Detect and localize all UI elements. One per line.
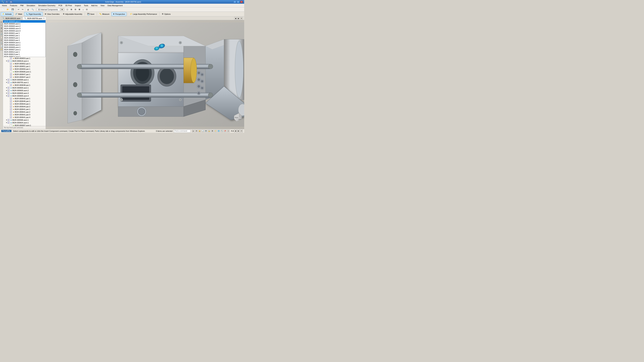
- tab-nav-next[interactable]: ▶: [237, 17, 240, 20]
- ac-item-8[interactable]: BGR-000603.par:2: [3, 39, 46, 41]
- tree-item-600-3[interactable]: ▼ ✓ ▣ BGR-000600.asm:3: [3, 92, 46, 94]
- check-755[interactable]: ✓: [8, 81, 10, 83]
- check-644-2[interactable]: ✓: [10, 106, 12, 108]
- check-007psm[interactable]: [10, 124, 12, 126]
- doc-selector[interactable]: 02-Internal Components ▼: [36, 8, 64, 11]
- tree-item-618[interactable]: ▼ ✓ ▣ BGR-000618.asm:1: [3, 60, 46, 62]
- check-638[interactable]: ✓: [10, 84, 12, 86]
- expand-600-3[interactable]: ▼: [6, 92, 8, 94]
- sidebar-icon-pathfinder[interactable]: P: [0, 21, 3, 23]
- ac-item-3[interactable]: BGR-000600.asm:3: [3, 27, 46, 30]
- tab-bgr-000756[interactable]: 🔧 BGR-000756.asm ✕: [22, 16, 46, 20]
- expand-641-4[interactable]: [8, 116, 10, 118]
- sidebar-icon-library[interactable]: L: [0, 24, 3, 26]
- sidebar-icon-9[interactable]: 📊: [0, 45, 3, 48]
- ac-item-11[interactable]: BGR-000606.psm:1: [3, 46, 46, 48]
- status-icon-4[interactable]: 📊: [202, 130, 204, 132]
- status-icon-2[interactable]: ⚙: [195, 130, 198, 132]
- expand-641-2[interactable]: [8, 111, 10, 113]
- view-btn-5[interactable]: ↕: [82, 8, 85, 11]
- expand-651[interactable]: [8, 65, 10, 67]
- ribbon-perspective[interactable]: 👁 Perspective: [111, 12, 126, 16]
- restore-button[interactable]: □: [237, 1, 240, 3]
- ac-item-5[interactable]: BGR-000601.par:1: [3, 32, 46, 34]
- ribbon-mate[interactable]: 🔗 Mate: [14, 12, 24, 16]
- save-toolbar-button[interactable]: 💾: [10, 8, 15, 11]
- viewport-3d[interactable]: BACK LEFT: [46, 20, 244, 129]
- ac-item-14[interactable]: BGR-000613.par:1: [3, 53, 46, 55]
- check-600-3[interactable]: ✓: [8, 92, 10, 94]
- sidebar-icon-10[interactable]: ⚡: [0, 48, 3, 51]
- menu-pmi[interactable]: PMI: [19, 4, 25, 7]
- check-586[interactable]: ✓: [8, 119, 10, 121]
- check-641-4[interactable]: ✓: [10, 116, 12, 118]
- dropdown-arrow[interactable]: ▼: [60, 8, 64, 11]
- expand-641-3[interactable]: [8, 114, 10, 115]
- ribbon-options[interactable]: ⚙ Options: [160, 12, 172, 16]
- check-641-1[interactable]: ✓: [10, 108, 12, 110]
- minimize-button[interactable]: ─: [234, 1, 236, 3]
- sidebar-icon-7[interactable]: ✏: [0, 39, 3, 41]
- tree-item-652[interactable]: ✓ ◼ BGR-000652.par:1: [3, 62, 46, 65]
- view-cube[interactable]: BACK LEFT: [232, 111, 242, 121]
- expand-600-4[interactable]: ▼: [6, 95, 8, 97]
- window-close[interactable]: ✕: [240, 130, 243, 132]
- expand-647-1[interactable]: [8, 73, 10, 75]
- expand-589[interactable]: ▼: [6, 79, 8, 81]
- ac-item-2[interactable]: BGR-000600.asm:2: [3, 25, 46, 27]
- help-btn[interactable]: ?: [5, 1, 8, 3]
- expand-641-1[interactable]: [8, 108, 10, 110]
- tab-nav-close[interactable]: ✕: [240, 17, 243, 20]
- next-page[interactable]: ▶: [237, 130, 240, 132]
- tree-item-650[interactable]: ✓ ◼ BGR-000650.par:1: [3, 68, 46, 70]
- tree-item-638[interactable]: ✓ ◼ BGR-000638.par:1: [3, 84, 46, 86]
- status-icon-10[interactable]: 🔧: [220, 130, 223, 132]
- check-646[interactable]: ✓: [10, 100, 12, 102]
- ac-item-10[interactable]: BGR-000605.asm:1: [3, 44, 46, 46]
- tree-item-604[interactable]: ▼ ✓ ▣ BGR-000604.asm:1: [3, 121, 46, 124]
- expand-600-1[interactable]: ▼: [6, 87, 8, 89]
- tree-item-586[interactable]: ▼ ✓ ▣ BGR-000586.asm:1: [3, 119, 46, 121]
- status-icon-6[interactable]: 🔒: [208, 130, 210, 132]
- expand-755[interactable]: ▼: [6, 82, 8, 83]
- view-btn-4[interactable]: ⊠: [78, 8, 81, 11]
- expand-007psm[interactable]: [8, 124, 10, 126]
- tree-item-647-1[interactable]: ✓ ◼ BGR-000647.par:1: [3, 73, 46, 76]
- ribbon-measure[interactable]: 📏 Measure: [98, 12, 111, 16]
- tab-nav-prev[interactable]: ◀: [234, 17, 237, 20]
- expand-644-1[interactable]: [8, 103, 10, 105]
- check-652[interactable]: ✓: [10, 63, 12, 65]
- expand-653[interactable]: [8, 57, 10, 59]
- menu-home[interactable]: Home: [1, 4, 8, 7]
- menu-3dprint[interactable]: 3D Print: [64, 4, 73, 7]
- status-icon-8[interactable]: ⚡: [214, 130, 217, 132]
- check-653[interactable]: ✓: [10, 57, 12, 59]
- tree-item-647-2[interactable]: ✓ ◼ BGR-000647.par:2: [3, 76, 46, 78]
- ribbon-adjustable-assembly[interactable]: ⚙ Adjustable Assembly: [62, 12, 84, 16]
- status-icon-12[interactable]: ⚠: [227, 130, 230, 132]
- ac-item-15[interactable]: BGR-000614.asm:1: [3, 55, 46, 57]
- ribbon-view-overrides[interactable]: 👁 View Overrides: [43, 12, 61, 16]
- doc-dropdown[interactable]: 02-Internal Components: [36, 8, 60, 11]
- ribbon-large-assembly[interactable]: ⚡ Large Assembly Performance: [128, 12, 158, 16]
- check-647-2[interactable]: ✓: [10, 76, 12, 78]
- tree-item-755[interactable]: ▼ ✓ ▣ BGR-000755.asm:1: [3, 81, 46, 84]
- view-btn-3[interactable]: ⊟: [74, 8, 77, 11]
- status-icon-5[interactable]: 💻: [204, 130, 207, 132]
- tree-item-600-2[interactable]: ▼ ✓ ▣ BGR-000600.asm:2: [3, 89, 46, 92]
- ac-item-9[interactable]: BGR-000604.asm:1: [3, 41, 46, 44]
- close-button[interactable]: ✕: [240, 1, 243, 3]
- check-618[interactable]: ✓: [8, 60, 10, 62]
- settings-btn[interactable]: ⚙: [9, 1, 13, 3]
- menu-addins[interactable]: Add Ins: [90, 4, 99, 7]
- expand-638[interactable]: [8, 84, 10, 86]
- tree-item-646[interactable]: ✓ ◼ BGR-000646.par:1: [3, 100, 46, 103]
- menu-inspect[interactable]: Inspect: [74, 4, 82, 7]
- zoom-button[interactable]: 🔍: [30, 8, 35, 11]
- expand-652[interactable]: [8, 63, 10, 64]
- check-600-4[interactable]: ✓: [8, 95, 10, 97]
- sidebar-icon-3[interactable]: ⚙: [0, 27, 3, 29]
- tree-item-644-2[interactable]: ✓ ◼ BGR-000644.par:2: [3, 105, 46, 108]
- expand-647-2[interactable]: [8, 76, 10, 78]
- expand-606psm[interactable]: [8, 71, 10, 72]
